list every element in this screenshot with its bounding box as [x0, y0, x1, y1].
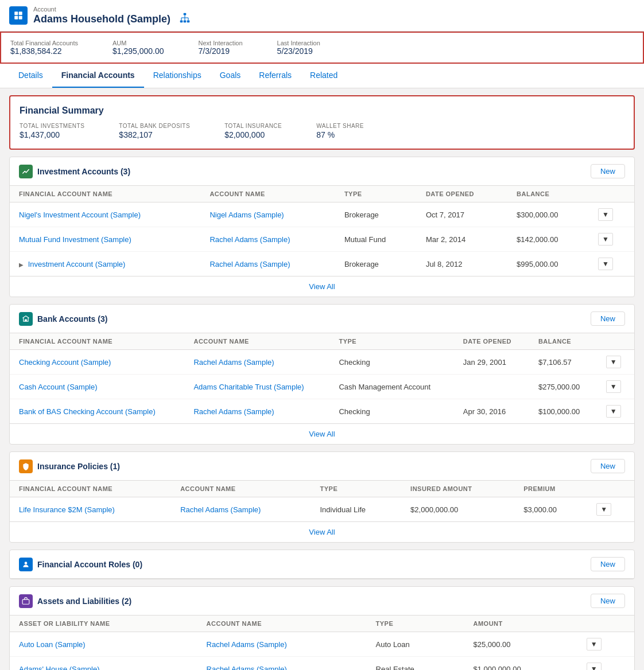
org-chart-icon[interactable] [180, 13, 190, 25]
investment-accounts-header: Investment Accounts (3) New [10, 157, 634, 186]
col-type: TYPE [367, 616, 464, 632]
row-dropdown-b2[interactable]: ▼ [606, 380, 621, 393]
account-link-2[interactable]: Rachel Adams (Sample) [210, 235, 290, 244]
type-cell: Brokerage [335, 252, 417, 276]
row-dropdown-al1[interactable]: ▼ [587, 638, 602, 650]
col-type: TYPE [329, 333, 453, 350]
insurance-policies-icon [19, 459, 33, 473]
bank-accounts-view-all-link[interactable]: View All [309, 430, 335, 438]
bank-account-link-2[interactable]: Cash Account (Sample) [19, 383, 98, 391]
col-asset-liability-name: ASSET OR LIABILITY NAME [10, 616, 197, 632]
svg-rect-4 [184, 13, 187, 15]
date-cell: Jan 29, 2001 [454, 350, 529, 375]
tab-goals[interactable]: Goals [211, 64, 250, 88]
financial-account-roles-section: Financial Account Roles (0) New [9, 550, 635, 579]
insurance-policies-table: FINANCIAL ACCOUNT NAME ACCOUNT NAME TYPE… [10, 481, 634, 521]
account-link-3[interactable]: Rachel Adams (Sample) [210, 260, 290, 268]
table-row: Mutual Fund Investment (Sample) Rachel A… [10, 227, 634, 252]
asset-link-2[interactable]: Adams' House (Sample) [19, 665, 99, 671]
wallet-share-label: WALLET SHARE [316, 123, 364, 129]
total-financial-accounts-label: Total Financial Accounts [10, 40, 78, 46]
premium-cell: $3,000.00 [514, 497, 587, 522]
investment-account-link-3[interactable]: Investment Account (Sample) [28, 260, 126, 268]
investment-account-link-1[interactable]: Nigel's Investment Account (Sample) [19, 211, 141, 219]
asset-link-1[interactable]: Auto Loan (Sample) [19, 640, 86, 649]
investment-accounts-new-button[interactable]: New [591, 164, 625, 178]
account-link-al1[interactable]: Rachel Adams (Sample) [207, 640, 287, 649]
insurance-link-1[interactable]: Life Insurance $2M (Sample) [19, 505, 115, 514]
row-dropdown-b3[interactable]: ▼ [606, 405, 621, 418]
balance-cell: $100,000.00 [529, 399, 597, 424]
total-insurance-stat: TOTAL INSURANCE $2,000,000 [224, 123, 282, 139]
financial-summary-title: Financial Summary [20, 106, 624, 116]
investment-accounts-section: Investment Accounts (3) New FINANCIAL AC… [9, 157, 635, 297]
assets-liabilities-new-button[interactable]: New [591, 594, 625, 608]
balance-cell: $995,000.00 [507, 252, 589, 276]
type-cell: Checking [329, 350, 453, 375]
col-financial-account-name: FINANCIAL ACCOUNT NAME [10, 481, 171, 497]
last-interaction-stat: Last Interaction 5/23/2019 [277, 40, 320, 56]
svg-rect-0 [14, 11, 18, 15]
svg-rect-1 [19, 11, 22, 15]
type-cell: Brokerage [335, 202, 417, 227]
row-dropdown-b1[interactable]: ▼ [606, 356, 621, 368]
investment-accounts-header-left: Investment Accounts (3) [19, 165, 130, 178]
col-account-name: ACCOUNT NAME [200, 186, 335, 202]
account-link-1[interactable]: Nigel Adams (Sample) [210, 211, 284, 219]
aum-label: AUM [112, 40, 164, 46]
investment-accounts-view-all-link[interactable]: View All [309, 282, 335, 291]
financial-account-roles-new-button[interactable]: New [591, 557, 625, 571]
tab-financial-accounts[interactable]: Financial Accounts [52, 64, 144, 88]
investment-accounts-view-all: View All [10, 276, 634, 297]
bank-accounts-icon [19, 312, 33, 326]
insurance-policies-section: Insurance Policies (1) New FINANCIAL ACC… [9, 451, 635, 543]
investment-account-link-2[interactable]: Mutual Fund Investment (Sample) [19, 235, 131, 244]
row-dropdown-3[interactable]: ▼ [598, 258, 613, 270]
tab-relationships[interactable]: Relationships [144, 64, 211, 88]
total-bank-deposits-value: $382,107 [119, 130, 190, 139]
total-insurance-value: $2,000,000 [224, 130, 282, 139]
bank-account-link-1[interactable]: Checking Account (Sample) [19, 358, 111, 367]
row-dropdown-1[interactable]: ▼ [598, 208, 613, 221]
investment-accounts-icon [19, 165, 33, 178]
expand-icon: ▶ [19, 262, 24, 268]
insurance-policies-new-button[interactable]: New [591, 459, 625, 473]
row-dropdown-i1[interactable]: ▼ [596, 503, 611, 516]
account-link-al2[interactable]: Rachel Adams (Sample) [207, 665, 287, 671]
page-header: Account Adams Household (Sample) [0, 0, 644, 32]
tab-related[interactable]: Related [301, 64, 347, 88]
row-dropdown-al2[interactable]: ▼ [587, 663, 602, 670]
table-row: Auto Loan (Sample) Rachel Adams (Sample)… [10, 632, 634, 657]
table-row: Nigel's Investment Account (Sample) Nige… [10, 202, 634, 227]
total-investments-stat: TOTAL INVESTMENTS $1,437,000 [20, 123, 84, 139]
insurance-policies-view-all-link[interactable]: View All [309, 528, 335, 536]
insurance-policies-header: Insurance Policies (1) New [10, 452, 634, 481]
assets-liabilities-section: Assets and Liabilities (2) New ASSET OR … [9, 586, 635, 670]
bank-accounts-new-button[interactable]: New [591, 311, 625, 326]
svg-rect-15 [22, 599, 29, 604]
balance-cell: $275,000.00 [529, 375, 597, 399]
col-actions [589, 186, 634, 202]
date-cell: Mar 2, 2014 [417, 227, 507, 252]
insurance-policies-title: Insurance Policies (1) [37, 462, 120, 471]
investment-accounts-table: FINANCIAL ACCOUNT NAME ACCOUNT NAME TYPE… [10, 186, 634, 276]
financial-account-roles-header-left: Financial Account Roles (0) [19, 558, 142, 571]
row-dropdown-2[interactable]: ▼ [598, 233, 613, 246]
col-type: TYPE [335, 186, 417, 202]
bank-account-link-3[interactable]: Bank of BAS Checking Account (Sample) [19, 407, 156, 416]
account-link-b3[interactable]: Rachel Adams (Sample) [193, 407, 274, 416]
table-row: Life Insurance $2M (Sample) Rachel Adams… [10, 497, 634, 522]
type-cell: Checking [329, 399, 453, 424]
financial-account-roles-title: Financial Account Roles (0) [37, 560, 142, 569]
account-link-b2[interactable]: Adams Charitable Trust (Sample) [193, 383, 304, 391]
col-account-name: ACCOUNT NAME [184, 333, 329, 350]
account-link-b1[interactable]: Rachel Adams (Sample) [193, 358, 274, 367]
tab-details[interactable]: Details [9, 64, 52, 88]
header-meta: Account Adams Household (Sample) [33, 6, 190, 25]
account-link-i1[interactable]: Rachel Adams (Sample) [180, 505, 261, 514]
insurance-policies-header-left: Insurance Policies (1) [19, 459, 120, 473]
col-actions [577, 616, 634, 632]
col-financial-account-name: FINANCIAL ACCOUNT NAME [10, 333, 184, 350]
wallet-share-value: 87 % [316, 130, 364, 139]
tab-referrals[interactable]: Referrals [250, 64, 301, 88]
